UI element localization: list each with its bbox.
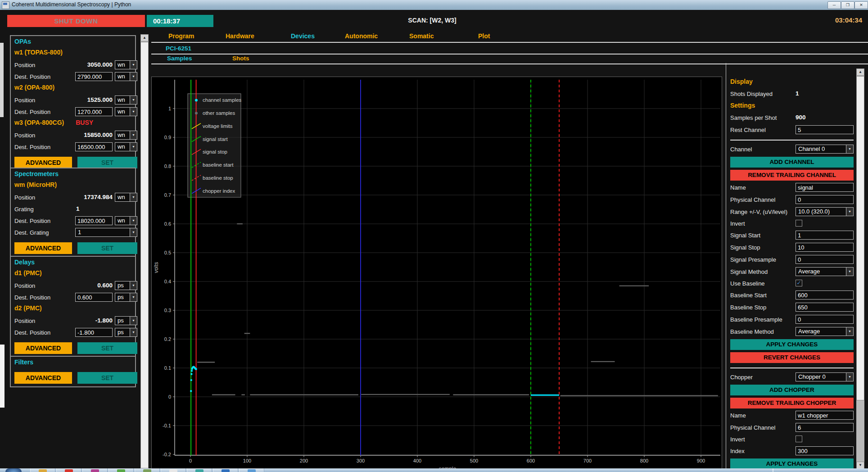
add-chopper-button[interactable]: ADD CHOPPER [730,385,854,395]
unit-select[interactable]: wn▼ [115,131,137,140]
advanced-button[interactable]: ADVANCED [14,157,72,168]
taskbar-app-button[interactable] [187,468,212,472]
field-select[interactable]: 10.0 (320.0)▼ [796,207,854,216]
tab-shots[interactable]: Shots [232,55,249,62]
field-input[interactable] [796,231,854,240]
start-button[interactable] [5,468,22,472]
unit-select[interactable]: wn▼ [115,107,137,116]
chevron-down-icon[interactable]: ▼ [130,293,137,301]
chevron-down-icon[interactable]: ▼ [130,228,137,236]
unit-select[interactable]: wn▼ [115,216,137,225]
chevron-down-icon[interactable]: ▼ [130,73,137,81]
restore-button[interactable]: ❐ [841,1,854,9]
field-input[interactable] [796,290,854,300]
field-input[interactable] [75,107,113,116]
field-select[interactable]: 1▼ [75,228,137,237]
add-channel-button[interactable]: ADD CHANNEL [730,157,854,168]
taskbar-app-button[interactable] [108,468,134,472]
unit-select[interactable]: wn▼ [115,95,137,104]
field-input[interactable] [796,183,854,192]
field-select[interactable]: Channel 0▼ [796,145,854,154]
taskbar-app-button[interactable] [213,468,238,472]
chevron-down-icon[interactable]: ▼ [130,143,137,151]
tab-hardware[interactable]: Hardware [226,32,254,40]
advanced-button[interactable]: ADVANCED [14,372,72,384]
scroll-up-icon[interactable]: ▲ [856,68,864,76]
sidebar-scroll-thumb[interactable] [140,42,149,468]
tab-plot[interactable]: Plot [478,32,490,40]
panel-scrollbar[interactable]: ▲ ▼ [856,68,864,469]
taskbar-app-button[interactable] [30,468,55,472]
taskbar-app-button[interactable] [135,468,160,472]
checkbox[interactable]: ✓ [796,280,802,286]
field-input[interactable] [796,315,854,324]
field-input[interactable] [75,216,113,225]
field-input[interactable] [75,72,113,81]
taskbar-app-button[interactable] [161,468,186,472]
unit-select[interactable]: ps▼ [115,316,137,325]
chevron-down-icon[interactable]: ▼ [846,327,853,336]
tab-pci-6251[interactable]: PCI-6251 [166,45,191,52]
tab-program[interactable]: Program [168,32,194,40]
unit-select[interactable]: ps▼ [115,293,137,302]
chevron-down-icon[interactable]: ▼ [130,281,137,290]
revert-changes-button[interactable]: REVERT CHANGES [730,352,854,363]
unit-select[interactable]: wn▼ [115,60,137,69]
scroll-down-icon[interactable]: ▼ [856,462,864,469]
checkbox[interactable] [796,220,802,227]
field-input[interactable] [796,446,854,455]
set-button[interactable]: SET [77,342,137,354]
unit-select[interactable]: wn▼ [115,193,137,202]
windows-taskbar[interactable] [0,468,868,472]
tab-somatic[interactable]: Somatic [409,32,434,40]
chevron-down-icon[interactable]: ▼ [846,208,853,216]
apply-changes-button[interactable]: APPLY CHANGES [730,339,854,350]
field-input[interactable] [75,293,113,302]
field-input[interactable] [796,423,854,432]
panel-scroll-thumb[interactable] [856,76,864,400]
checkbox[interactable] [796,436,802,442]
tab-samples[interactable]: Samples [167,55,192,62]
scroll-up-icon[interactable]: ▲ [140,34,149,41]
chevron-down-icon[interactable]: ▼ [846,373,853,381]
shutdown-button[interactable]: SHUT DOWN [7,15,145,27]
chevron-down-icon[interactable]: ▼ [130,96,137,104]
remove-trailing-chopper-button[interactable]: REMOVE TRAILING CHOPPER [730,398,854,408]
field-select[interactable]: Average▼ [796,267,854,276]
chevron-down-icon[interactable]: ▼ [846,268,853,276]
close-button[interactable]: ✕ [854,1,868,9]
samples-plot[interactable]: 010020030040050060070080090010.90.80.70.… [151,77,722,472]
chevron-down-icon[interactable]: ▼ [130,317,137,325]
field-input[interactable] [796,411,854,420]
field-select[interactable]: Chopper 0▼ [796,372,854,381]
chevron-down-icon[interactable]: ▼ [130,108,137,116]
field-input[interactable] [796,303,854,312]
advanced-button[interactable]: ADVANCED [14,342,72,354]
field-input[interactable] [796,195,854,204]
field-input[interactable] [75,142,113,151]
chevron-down-icon[interactable]: ▼ [846,145,853,153]
tab-autonomic[interactable]: Autonomic [345,32,378,40]
chevron-down-icon[interactable]: ▼ [130,217,137,225]
tab-devices[interactable]: Devices [291,32,315,40]
field-input[interactable] [796,255,854,264]
set-button[interactable]: SET [77,372,137,384]
taskbar-app-button[interactable] [82,468,108,472]
unit-select[interactable]: ps▼ [115,328,137,337]
chevron-down-icon[interactable]: ▼ [130,131,137,139]
field-select[interactable]: Average▼ [796,327,854,336]
apply-changes-button[interactable]: APPLY CHANGES [730,458,854,469]
field-input[interactable] [796,125,854,134]
unit-select[interactable]: wn▼ [115,72,137,81]
chevron-down-icon[interactable]: ▼ [130,193,137,201]
minimize-button[interactable]: ─ [827,1,841,9]
unit-select[interactable]: wn▼ [115,142,137,151]
field-input[interactable] [796,243,854,252]
chevron-down-icon[interactable]: ▼ [130,61,137,69]
taskbar-app-button[interactable] [239,468,264,472]
chevron-down-icon[interactable]: ▼ [130,328,137,336]
sidebar-scrollbar[interactable]: ▲ ▼ [140,34,149,472]
advanced-button[interactable]: ADVANCED [14,242,72,254]
set-button[interactable]: SET [77,157,137,168]
unit-select[interactable]: ps▼ [115,281,137,290]
